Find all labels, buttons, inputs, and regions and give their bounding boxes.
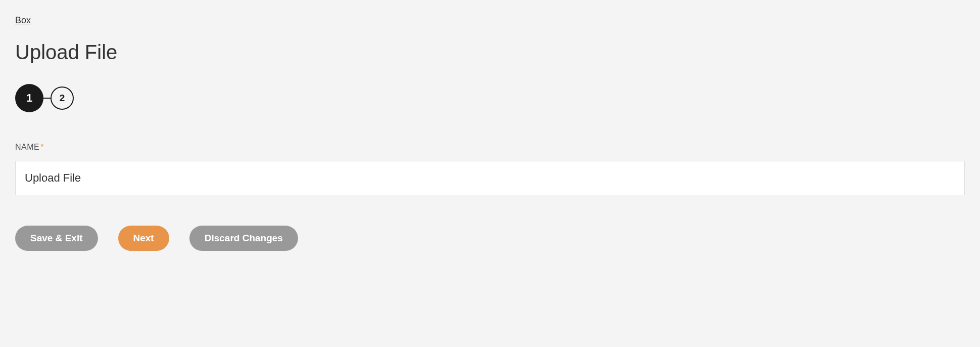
discard-changes-button[interactable]: Discard Changes (189, 226, 298, 251)
required-asterisk: * (40, 143, 44, 151)
name-field-label: NAME* (15, 143, 965, 152)
step-2[interactable]: 2 (51, 86, 74, 110)
step-connector (43, 98, 51, 99)
step-1[interactable]: 1 (15, 84, 43, 112)
button-row: Save & Exit Next Discard Changes (15, 226, 965, 251)
save-exit-button[interactable]: Save & Exit (15, 226, 98, 251)
page-title: Upload File (15, 41, 965, 64)
name-input[interactable] (15, 161, 965, 195)
breadcrumb: Box (15, 15, 965, 26)
stepper: 1 2 (15, 84, 965, 112)
breadcrumb-link-box[interactable]: Box (15, 15, 31, 25)
name-label-text: NAME (15, 143, 39, 151)
next-button[interactable]: Next (118, 226, 169, 251)
